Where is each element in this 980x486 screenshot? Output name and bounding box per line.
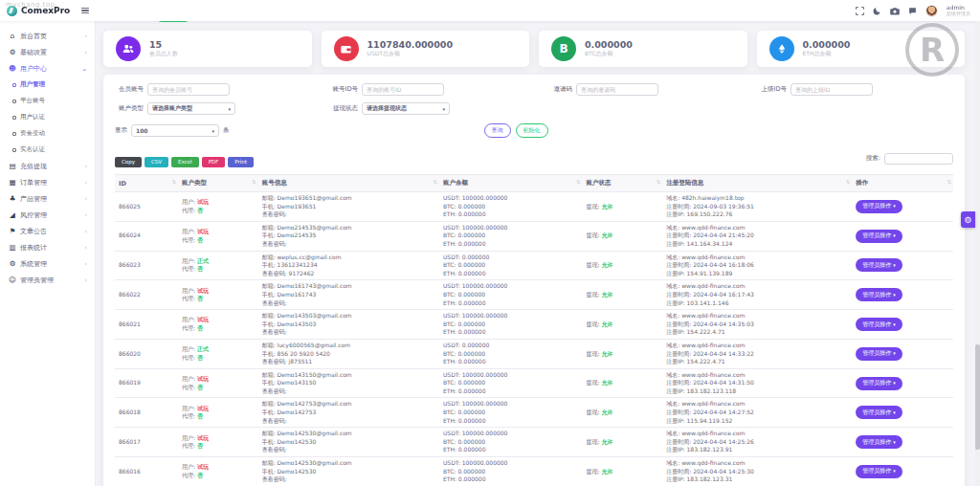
export-pdf-button[interactable]: PDF <box>202 157 226 167</box>
cell-account-type: 用户: 试玩代理: 否 <box>178 428 258 457</box>
admin-action-button[interactable]: 管理员操作 ▾ <box>856 318 902 331</box>
admin-action-button[interactable]: 管理员操作 ▾ <box>856 288 902 301</box>
table-row: 866018用户: 试玩代理: 否邮箱: Demo142753@gmail.co… <box>115 398 953 428</box>
cell-register-info: 域名: www.qdd-finance.com注册时间: 2024-04-04 … <box>662 339 852 368</box>
caret-down-icon: ▾ <box>893 439 896 445</box>
table-row: 866022用户: 试玩代理: 否邮箱: Demo161743@gmail.co… <box>115 280 953 310</box>
cell-balance: USDT: 100000.000000BTC: 0.000000ETH: 0.0… <box>439 368 583 398</box>
cell-account-info: 邮箱: Demo142753@gmail.com手机: Demo142753查看… <box>258 398 439 428</box>
column-header[interactable]: 账户状态⇅ <box>583 175 663 192</box>
sidebar-item-risk-management[interactable]: ◢风控管理‹ <box>0 207 95 223</box>
member-account-input[interactable] <box>147 83 230 96</box>
admin-action-button[interactable]: 管理员操作 ▾ <box>856 230 902 243</box>
cell-balance: USDT: 100000.000000BTC: 0.000000ETH: 0.0… <box>439 280 583 310</box>
sidebar-item-announcements[interactable]: ⚑文章公告‹ <box>0 223 95 239</box>
column-header[interactable]: 账号信息⇅ <box>258 175 439 192</box>
export-print-button[interactable]: Print <box>228 157 254 167</box>
avatar[interactable] <box>925 5 938 17</box>
cell-actions: 管理员操作 ▾ <box>852 280 953 310</box>
sidebar-item-basic-settings[interactable]: ⚙基础设置‹ <box>0 44 95 60</box>
account-id-label: 账号ID号 <box>329 85 358 94</box>
table-row: 866021用户: 试玩代理: 否邮箱: Demo143503@gmail.co… <box>115 310 953 340</box>
wallet-icon <box>334 36 359 61</box>
admin-action-button[interactable]: 管理员操作 ▾ <box>856 200 902 213</box>
cell-account-info: 邮箱: Demo193651@gmail.com手机: Demo193651查看… <box>258 192 439 222</box>
cell-account-type: 用户: 试玩代理: 否 <box>178 280 258 310</box>
column-header[interactable]: 账户类型⇅ <box>178 175 258 192</box>
sidebar-item-order-management[interactable]: ▦订单管理‹ <box>0 174 95 190</box>
sidebar-item-user-center[interactable]: ☻用户中心⌄ <box>0 60 95 77</box>
brand[interactable]: ComexPro <box>0 6 96 16</box>
topbar-actions: admin 超级管理员 <box>856 5 980 17</box>
admin-action-button[interactable]: 管理员操作 ▾ <box>856 406 902 419</box>
cell-status: 提现: 允许 <box>583 457 663 486</box>
parent-id-input[interactable] <box>791 83 873 96</box>
chat-icon[interactable] <box>908 7 917 15</box>
cell-id: 866022 <box>115 280 178 310</box>
dark-mode-moon-icon[interactable] <box>873 7 881 15</box>
cell-actions: 管理员操作 ▾ <box>852 310 953 340</box>
sidebar-subitem-user-management[interactable]: 用户管理 <box>0 77 95 93</box>
camera-icon[interactable] <box>890 7 900 15</box>
scrollbar-thumb[interactable] <box>975 344 980 450</box>
stat-value: 0.000000 <box>585 39 633 51</box>
export-csv-button[interactable]: CSV <box>145 157 168 167</box>
cell-account-info: 邮箱: lucy6000565@gmail.com手机: 856 20 5920… <box>258 339 439 368</box>
customizer-gear-button[interactable]: ⚙ <box>961 211 975 228</box>
filter-form: 会员账号 账号ID号 邀请码 上级ID号 账户类型 请选择账户类型 ▾ <box>115 83 953 115</box>
chevron-icon: ‹ <box>84 163 87 170</box>
sidebar-item-dashboard[interactable]: ⌂后台首页‹ <box>0 28 95 44</box>
stats-row: 15会员总人数1107840.000000USDT总余额B0.000000BTC… <box>103 31 965 67</box>
table-search-input[interactable] <box>884 153 953 165</box>
cell-status: 提现: 允许 <box>583 310 663 340</box>
sidebar-menu: ⌂后台首页‹⚙基础设置‹☻用户中心⌄用户管理平台账号用户认证资金变动实名认证▤充… <box>0 21 96 486</box>
invite-code-input[interactable] <box>576 83 658 96</box>
cell-id: 866024 <box>115 221 178 251</box>
sidebar-subitem-user-verification[interactable]: 用户认证 <box>0 109 95 125</box>
admin-action-button[interactable]: 管理员操作 ▾ <box>856 465 902 478</box>
column-header[interactable]: ID⇅ <box>115 175 178 192</box>
sidebar-subitem-realname-verification[interactable]: 实名认证 <box>0 142 95 158</box>
sidebar-item-deposit-withdraw[interactable]: ▤充值提现‹ <box>0 158 95 174</box>
btc-icon: B <box>551 36 576 61</box>
withdraw-status-label: 提现状态 <box>329 104 358 113</box>
cell-account-type: 用户: 试玩代理: 否 <box>178 221 258 251</box>
admin-action-button[interactable]: 管理员操作 ▾ <box>856 377 902 390</box>
search-button[interactable]: 查询 <box>484 123 511 138</box>
withdraw-status-select[interactable]: 请选择提现状态 ▾ <box>362 102 450 115</box>
stat-value: 1107840.000000 <box>368 39 454 51</box>
cell-status: 提现: 允许 <box>583 398 663 428</box>
sidebar-item-reports[interactable]: ▥报表统计‹ <box>0 239 95 255</box>
table-row: 866025用户: 试玩代理: 否邮箱: Demo193651@gmail.co… <box>115 192 953 222</box>
reset-button[interactable]: 初始化 <box>516 123 548 138</box>
sort-arrows-icon: ⇅ <box>947 179 951 185</box>
account-type-select[interactable]: 请选择账户类型 ▾ <box>147 102 235 115</box>
cell-account-type: 用户: 试玩代理: 否 <box>178 310 258 340</box>
admin-action-button[interactable]: 管理员操作 ▾ <box>856 435 902 449</box>
sidebar-subitem-platform-accounts[interactable]: 平台账号 <box>0 93 95 109</box>
account-type-label: 账户类型 <box>115 104 144 113</box>
account-id-input[interactable] <box>362 83 444 96</box>
members-panel: 会员账号 账号ID号 邀请码 上级ID号 账户类型 请选择账户类型 ▾ <box>103 75 965 486</box>
column-header[interactable]: 账户余额⇅ <box>439 175 583 192</box>
sidebar-subitem-fund-changes[interactable]: 资金变动 <box>0 125 95 142</box>
stat-card: B0.000000BTC总余额 <box>539 31 747 67</box>
cell-register-info: 域名: 482h.haiwaiym18.top注册时间: 2024-09-03 … <box>662 192 852 222</box>
admin-action-button[interactable]: 管理员操作 ▾ <box>856 347 902 361</box>
sidebar-item-admin-management[interactable]: ☺管理员管理‹ <box>0 272 95 288</box>
cell-actions: 管理员操作 ▾ <box>852 398 953 428</box>
page-size-select[interactable]: 100 ▾ <box>131 124 219 137</box>
caret-down-icon: ▾ <box>893 409 896 415</box>
column-header[interactable]: 操作⇅ <box>852 175 953 192</box>
sidebar-item-product-management[interactable]: ♣产品管理‹ <box>0 190 95 207</box>
menu-toggle-icon[interactable] <box>81 6 89 16</box>
admin-action-button[interactable]: 管理员操作 ▾ <box>856 258 902 272</box>
admin-menu[interactable]: admin 超级管理员 <box>947 5 970 17</box>
sidebar-item-system-management[interactable]: ⚙系统管理‹ <box>0 255 95 272</box>
chevron-icon: ‹ <box>84 49 87 56</box>
export-copy-button[interactable]: Copy <box>115 157 142 167</box>
column-header[interactable]: 注册登陆信息⇅ <box>662 175 852 192</box>
cell-account-type: 用户: 正式代理: 否 <box>178 339 258 368</box>
export-excel-button[interactable]: Excel <box>171 157 199 167</box>
fullscreen-icon[interactable] <box>856 7 864 15</box>
